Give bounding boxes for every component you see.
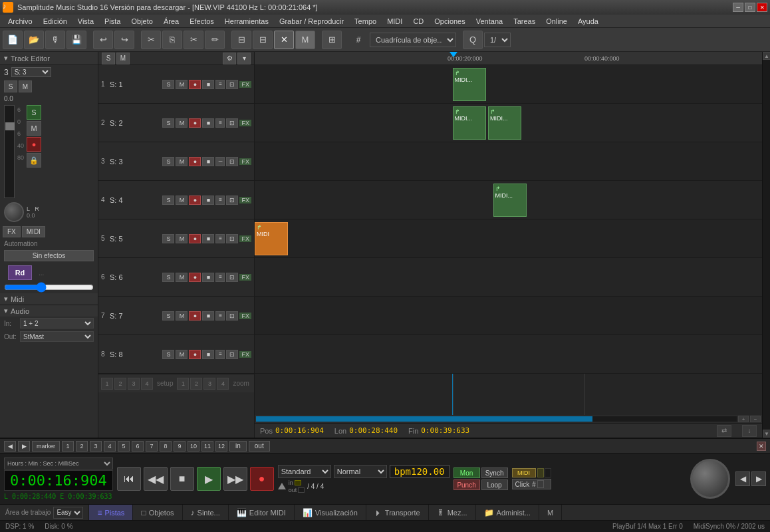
audio-arrow[interactable]: ▾ [4,307,8,315]
track-m-btn[interactable]: M [176,80,188,89]
track-m-btn[interactable]: M [176,157,188,166]
track-s-btn[interactable]: S [162,311,174,321]
back-btn[interactable]: ◀◀ [144,467,168,491]
new-btn[interactable]: 📄 [3,31,23,49]
tab-objetos[interactable]: □ Objetos [133,505,182,520]
menu-archivo[interactable]: Archivo [3,16,38,27]
menu-opciones[interactable]: Opciones [429,16,470,27]
track-m-btn[interactable]: M [176,273,188,282]
track-extra-btn[interactable]: ■ [202,234,214,243]
menu-area[interactable]: Área [158,16,184,27]
track-collapse-btn[interactable]: ⊡ [226,157,238,166]
save-btn[interactable]: 💾 [66,31,86,49]
n12-btn[interactable]: 12 [215,441,227,452]
mute-master-btn[interactable]: M [19,80,32,92]
standard-select[interactable]: Standard [278,465,331,478]
midi-clip-orange[interactable]: ↱ MIDI [255,222,288,255]
track-s-btn[interactable]: S [162,118,174,128]
tab-editor-midi[interactable]: 🎹 Editor MIDI [229,505,295,520]
track-extra-btn[interactable]: ■ [202,80,214,89]
track-fx-btn[interactable]: FX [239,313,251,319]
m-mode-btn[interactable]: M [295,31,315,49]
h-scrollbar-track[interactable] [256,416,737,422]
grid-select[interactable]: Cuadrícula de obje... [370,33,456,47]
track-m-btn[interactable]: M [176,234,188,243]
setup-2-btn[interactable]: 2 [114,378,126,390]
midi-btn[interactable]: MIDI [22,226,45,237]
track-extra-btn[interactable]: ■ [202,311,214,321]
midi-clip[interactable]: ↱ MIDI... [453,106,486,140]
midi-clip[interactable]: ↱ MIDI... [488,106,521,140]
menu-midi[interactable]: MIDI [382,16,408,27]
fwd-btn[interactable]: ▶▶ [223,467,247,491]
record-btn[interactable]: 🎙 [45,31,65,49]
track-collapse-btn[interactable]: ⊡ [226,80,238,89]
track-m-btn[interactable]: M [176,118,188,128]
open-btn[interactable]: 📂 [24,31,44,49]
setup-3-btn[interactable]: 3 [128,378,140,390]
track-s-btn[interactable]: S [162,196,174,205]
n6-btn[interactable]: 6 [132,441,144,452]
track-mini-btn[interactable]: ≡ [215,273,225,282]
track-m-btn[interactable]: M [176,196,188,205]
track-mini-btn[interactable]: ─ [215,157,225,166]
track-rec-btn[interactable]: ● [189,311,201,321]
tab-administ[interactable]: 📁 Administ... [476,505,539,520]
track-fx-btn[interactable]: FX [239,81,251,88]
menu-ventana[interactable]: Ventana [471,16,508,27]
track-rec-btn[interactable]: ● [189,157,201,166]
tab-transporte[interactable]: ⏵ Transporte [366,505,429,520]
stop-btn[interactable]: ■ [170,467,194,491]
collapse-arrow[interactable]: ▾ [4,54,8,63]
minimize-btn[interactable]: ─ [733,3,743,12]
track-extra-btn[interactable]: ■ [202,350,214,359]
track-count-select[interactable]: S: 3 [11,67,51,77]
m-btn[interactable]: M [27,121,41,136]
track-m-btn[interactable]: M [176,311,188,321]
menu-objeto[interactable]: Objeto [126,16,158,27]
track-s-btn[interactable]: S [162,157,174,166]
n3-btn[interactable]: 3 [90,441,102,452]
snap-btn[interactable]: ⊞ [322,31,342,49]
track-fx-btn[interactable]: FX [239,235,251,242]
track-mini-btn[interactable]: ≡ [215,350,225,359]
midi-clip[interactable]: ↱ MIDI... [453,68,486,101]
pan-knob[interactable] [4,202,24,222]
sin-efectos-btn[interactable]: Sin efectos [4,250,94,261]
tracks-config-btn[interactable]: ⚙ [223,53,236,65]
arrow-down-btn[interactable]: ↓ [742,425,757,437]
tab-pistas[interactable]: ≡ Pistas [89,505,133,520]
track-rec-btn[interactable]: ● [189,234,201,243]
punch-btn[interactable]: Punch [453,479,480,490]
n4-btn[interactable]: 4 [104,441,116,452]
menu-vista[interactable]: Vista [72,16,99,27]
paste-special-btn[interactable]: ✂ [184,31,203,49]
tracks-expand-btn[interactable]: ▾ [237,53,251,65]
close-transport-btn[interactable]: ✕ [757,442,766,451]
midi-clip[interactable]: ↱ MIDI... [493,184,527,217]
n5-btn[interactable]: 5 [118,441,130,452]
track-mini-btn[interactable]: ≡ [215,118,225,128]
track-extra-btn[interactable]: ■ [202,118,214,128]
rec-btn[interactable]: ● [27,137,41,152]
track-collapse-btn[interactable]: ⊡ [226,311,238,321]
n2-btn[interactable]: 2 [76,441,88,452]
lock-btn[interactable]: 🔒 [27,153,41,168]
s-btn[interactable]: S [27,105,41,120]
in-btn[interactable]: in [229,441,247,452]
track-rec-btn[interactable]: ● [189,80,201,89]
track-fx-btn[interactable]: FX [239,351,251,358]
marker-btn[interactable]: marker [32,441,60,452]
track-fx-btn[interactable]: FX [239,274,251,281]
zoom-4-btn[interactable]: 4 [217,378,229,390]
audio-in-select[interactable]: 1 + 2 [20,318,94,329]
scroll-up-btn[interactable]: ▲ [763,52,770,60]
tab-mez[interactable]: 🎚 Mez... [429,505,476,520]
nav-2-btn[interactable]: ▶ [18,441,30,452]
track-s-btn[interactable]: S [162,80,174,89]
audio-out-select[interactable]: StMast [20,331,94,342]
setup-1-btn[interactable]: 1 [101,378,113,390]
menu-efectos[interactable]: Efectos [184,16,219,27]
n7-btn[interactable]: 7 [146,441,158,452]
track-extra-btn[interactable]: ■ [202,273,214,282]
